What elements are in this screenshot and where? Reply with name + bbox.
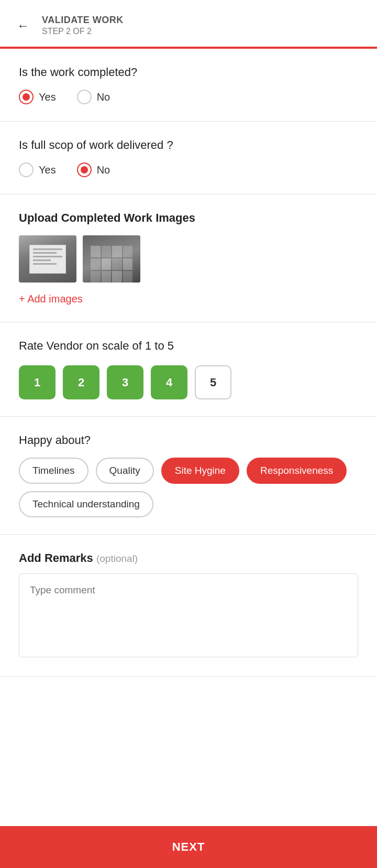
rating-title: Rate Vendor on scale of 1 to 5 bbox=[19, 339, 358, 353]
question2-no-label: No bbox=[97, 164, 110, 176]
question1-yes-radio[interactable] bbox=[19, 90, 34, 104]
page-step: STEP 2 OF 2 bbox=[42, 27, 124, 36]
question1-radio-group: Yes No bbox=[19, 90, 358, 104]
image-thumb-1[interactable] bbox=[19, 235, 76, 283]
tags-row: Timelines Quality Site Hygine Responsive… bbox=[19, 458, 358, 517]
question2-yes-label: Yes bbox=[39, 164, 56, 176]
question1-section: Is the work completed? Yes No bbox=[0, 49, 377, 122]
upload-title: Upload Completed Work Images bbox=[19, 211, 358, 225]
tag-technical-understanding[interactable]: Technical understanding bbox=[19, 491, 153, 517]
tag-timelines[interactable]: Timelines bbox=[19, 458, 88, 484]
remarks-textarea[interactable] bbox=[19, 573, 358, 657]
back-button[interactable]: ← bbox=[13, 15, 34, 36]
page-title: VALIDATE WORK bbox=[42, 15, 124, 26]
images-row bbox=[19, 235, 358, 283]
tag-site-hygine[interactable]: Site Hygine bbox=[161, 458, 239, 484]
rating-btn-2[interactable]: 2 bbox=[63, 365, 99, 399]
question1-no[interactable]: No bbox=[77, 90, 110, 104]
remarks-optional: (optional) bbox=[96, 553, 138, 564]
image-thumb-2[interactable] bbox=[83, 235, 140, 283]
tag-quality[interactable]: Quality bbox=[96, 458, 154, 484]
upload-section: Upload Completed Work Images bbox=[0, 194, 377, 322]
rating-btn-1[interactable]: 1 bbox=[19, 365, 56, 399]
question2-section: Is full scop of work delivered ? Yes No bbox=[0, 122, 377, 194]
remarks-section: Add Remarks (optional) bbox=[0, 535, 377, 677]
rating-buttons: 1 2 3 4 5 bbox=[19, 365, 358, 399]
question2-yes-radio[interactable] bbox=[19, 162, 34, 177]
question1-no-label: No bbox=[97, 91, 110, 103]
question2-label: Is full scop of work delivered ? bbox=[19, 138, 358, 152]
question1-yes[interactable]: Yes bbox=[19, 90, 56, 104]
spacer bbox=[0, 677, 377, 729]
question1-label: Is the work completed? bbox=[19, 66, 358, 79]
rating-btn-4[interactable]: 4 bbox=[151, 365, 187, 399]
rating-section: Rate Vendor on scale of 1 to 5 1 2 3 4 5 bbox=[0, 322, 377, 417]
back-arrow-icon: ← bbox=[17, 18, 29, 33]
header: ← VALIDATE WORK STEP 2 OF 2 bbox=[0, 0, 377, 47]
question2-radio-group: Yes No bbox=[19, 162, 358, 177]
question2-yes[interactable]: Yes bbox=[19, 162, 56, 177]
remarks-title: Add Remarks (optional) bbox=[19, 551, 358, 565]
rating-btn-5[interactable]: 5 bbox=[195, 365, 231, 399]
next-button[interactable]: NEXT bbox=[0, 826, 377, 868]
question2-no[interactable]: No bbox=[77, 162, 110, 177]
happy-section: Happy about? Timelines Quality Site Hygi… bbox=[0, 417, 377, 535]
tag-responsiveness[interactable]: Responsiveness bbox=[247, 458, 347, 484]
question2-no-radio[interactable] bbox=[77, 162, 92, 177]
rating-btn-3[interactable]: 3 bbox=[107, 365, 143, 399]
add-images-button[interactable]: + Add images bbox=[19, 293, 83, 305]
question1-yes-label: Yes bbox=[39, 91, 56, 103]
header-titles: VALIDATE WORK STEP 2 OF 2 bbox=[42, 15, 124, 36]
happy-title: Happy about? bbox=[19, 433, 358, 447]
question1-no-radio[interactable] bbox=[77, 90, 92, 104]
